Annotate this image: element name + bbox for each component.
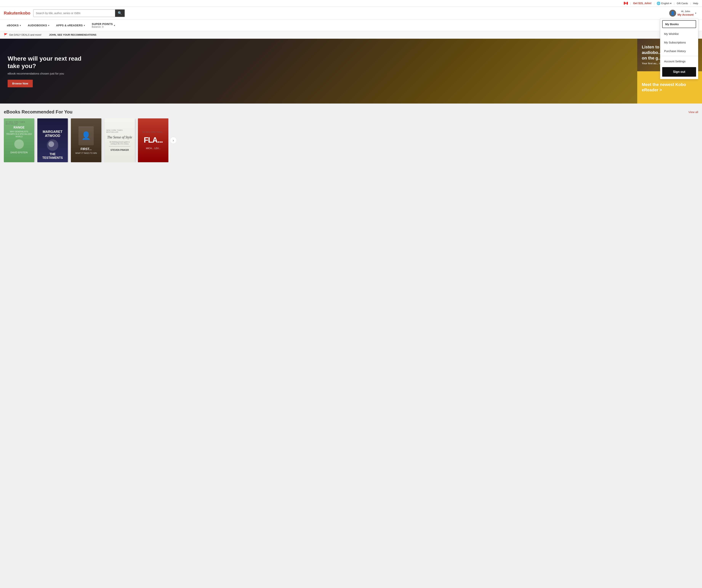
- hero-overlay: [0, 39, 637, 104]
- chevron-down-icon: ▾: [114, 24, 115, 26]
- chevron-down-icon: ▾: [20, 24, 21, 26]
- book-cover: BY NEW YORK TIMES BESTSELLER RANGE WHY G…: [4, 118, 34, 162]
- nav-ebooks[interactable]: eBOOKS ▾: [4, 21, 24, 29]
- recommendations-text: John, see your RECOMMENDATIONS: [49, 33, 96, 36]
- book-subtitle: WHAT IT TAKES TO WIN: [75, 152, 97, 155]
- nav-apps-ereaders[interactable]: APPS & eREADERS ▾: [53, 21, 88, 29]
- nav-ebooks-label: eBOOKS: [7, 24, 19, 27]
- search-icon: 🔍: [118, 11, 122, 15]
- dropdown-my-books[interactable]: My Books: [662, 20, 696, 28]
- search-button[interactable]: 🔍: [115, 10, 125, 17]
- book-cover: MARGARET ATWOOD THE TESTAMENTS: [37, 118, 68, 162]
- divider4: |: [690, 2, 691, 5]
- book-subtitle: WHY GENERALISTS TRIUMPH IN A SPECIALIZED…: [6, 130, 32, 138]
- book-cover-testaments: MARGARET ATWOOD THE TESTAMENTS: [37, 118, 68, 162]
- top-utility-bar: 🇨🇦 | Get $15, John! | 🌐 English ▾ | Gift…: [0, 0, 702, 7]
- list-item[interactable]: MARGARET ATWOOD THE TESTAMENTS: [37, 118, 68, 162]
- avatar: 👤: [669, 10, 676, 17]
- chevron-down-icon: ▾: [48, 24, 49, 26]
- list-item[interactable]: NEW YORK TIMES BESTSELLER The Sense of S…: [104, 118, 135, 162]
- hero-subtitle: eBook recommendations chosen just for yo…: [8, 72, 88, 75]
- logo-kobo: kobo: [20, 11, 30, 16]
- recommendations-section: eBooks Recommended For You View all BY N…: [0, 104, 702, 168]
- nav-super-points-label: SUPER POINTS: [92, 22, 113, 25]
- bestseller-badge: BY NEW YORK TIMES BESTSELLER: [6, 121, 32, 125]
- dropdown-my-subscriptions[interactable]: My Subscriptions: [660, 38, 698, 47]
- list-item[interactable]: BY NEW YORK TIMES... FLA... MICH... LEV.…: [138, 118, 168, 162]
- logo-rakuten: Rakuten: [4, 11, 20, 16]
- chevron-down-icon: ▾: [84, 24, 85, 26]
- recommendations-promo[interactable]: John, see your RECOMMENDATIONS: [49, 33, 96, 36]
- sign-out-button[interactable]: Sign out: [662, 67, 696, 77]
- nav-apps-label: APPS & eREADERS: [56, 24, 83, 27]
- book-cover-sense: NEW YORK TIMES BESTSELLER The Sense of S…: [104, 118, 135, 162]
- book-author: MARGARET ATWOOD: [39, 130, 66, 138]
- nav-balance: Balance: 0: [92, 25, 104, 28]
- account-greeting: Hi, John: [678, 10, 694, 13]
- daily-deals-text: Get DAILY DEALS and more!: [9, 33, 41, 36]
- daily-deals-promo[interactable]: 🚩 Get DAILY DEALS and more!: [4, 33, 41, 36]
- book-title: RANGE: [13, 126, 25, 129]
- globe-icon: 🌐: [657, 2, 661, 5]
- promo-bar: 🚩 Get DAILY DEALS and more! John, see yo…: [0, 31, 702, 39]
- book-cover: 👤 FIRST... WHAT IT TAKES TO WIN: [71, 118, 101, 162]
- bestseller-badge: BY NEW YORK TIMES...: [143, 131, 164, 133]
- account-label: My Account: [678, 13, 694, 16]
- list-item[interactable]: 👤 FIRST... WHAT IT TAKES TO WIN: [71, 118, 101, 162]
- next-arrow-button[interactable]: ›: [170, 137, 177, 144]
- view-all-link[interactable]: View all: [689, 110, 698, 114]
- search-bar: 🔍: [33, 9, 125, 17]
- list-item[interactable]: BY NEW YORK TIMES BESTSELLER RANGE WHY G…: [4, 118, 34, 162]
- book-author: STEVEN PINKER: [111, 149, 129, 152]
- book-cover-flash: BY NEW YORK TIMES... FLA... MICH... LEV.…: [138, 118, 168, 162]
- divider2: |: [654, 2, 655, 5]
- bestseller-badge: NEW YORK TIMES BESTSELLER: [106, 129, 133, 133]
- section-title: eBooks Recommended For You: [4, 109, 73, 115]
- dropdown-account-settings[interactable]: Account Settings: [660, 57, 698, 66]
- nav-super-points[interactable]: SUPER POINTS Balance: 0 ▾: [89, 20, 118, 31]
- nav-audiobooks[interactable]: AUDIOBOOKS ▾: [25, 21, 52, 29]
- language-label: English: [661, 2, 670, 5]
- hero-main: Where will your next read take you? eBoo…: [0, 39, 637, 104]
- chevron-down-icon: ▾: [695, 12, 696, 14]
- divider3: |: [674, 2, 674, 5]
- help-link[interactable]: Help: [693, 2, 698, 5]
- book-title: FIRST...: [81, 147, 92, 151]
- hero-content: Where will your next read take you? eBoo…: [8, 55, 88, 87]
- browse-now-button[interactable]: Browse Now: [8, 80, 33, 87]
- chevron-down-icon: ▾: [670, 2, 672, 5]
- book-author: DAVID EPSTEIN: [10, 151, 28, 154]
- canada-flag-icon: 🇨🇦: [624, 1, 628, 5]
- hero-section: Where will your next read take you? eBoo…: [0, 39, 702, 104]
- dropdown-my-wishlist[interactable]: My Wishlist: [660, 29, 698, 38]
- account-text: Hi, John My Account: [678, 10, 694, 16]
- section-header: eBooks Recommended For You View all: [4, 109, 698, 115]
- divider: |: [630, 2, 631, 5]
- language-selector[interactable]: 🌐 English ▾: [657, 2, 672, 5]
- book-cover-firstborn: 👤 FIRST... WHAT IT TAKES TO WIN: [71, 118, 101, 162]
- account-button[interactable]: 👤 Hi, John My Account ▾: [667, 9, 698, 18]
- account-dropdown: My Books My Wishlist My Subscriptions Pu…: [660, 18, 698, 79]
- hero-title: Where will your next read take you?: [8, 55, 88, 70]
- book-cover: BY NEW YORK TIMES... FLA... MICH... LEV.…: [138, 118, 168, 162]
- book-title: THE TESTAMENTS: [39, 152, 66, 160]
- site-header: Rakuten kobo 🔍 👤 Hi, John My Account ▾ M…: [0, 7, 702, 20]
- avatar-icon: 👤: [671, 11, 675, 15]
- flag-icon: 🚩: [4, 33, 8, 36]
- book-author: MICH... LEV...: [146, 147, 160, 150]
- logo[interactable]: Rakuten kobo: [4, 11, 30, 16]
- nav-bar: eBOOKS ▾ AUDIOBOOKS ▾ APPS & eREADERS ▾ …: [0, 20, 702, 31]
- promo-text: Get $15, John!: [633, 2, 651, 5]
- nav-audiobooks-label: AUDIOBOOKS: [28, 24, 47, 27]
- book-cover-range: BY NEW YORK TIMES BESTSELLER RANGE WHY G…: [4, 118, 34, 162]
- hero-ereader-title: Meet the newest Kobo eReader >: [642, 82, 697, 93]
- dropdown-purchase-history[interactable]: Purchase History: [660, 47, 698, 55]
- account-area: 👤 Hi, John My Account ▾ My Books My Wish…: [667, 9, 698, 18]
- gift-cards-link[interactable]: Gift Cards: [677, 2, 688, 5]
- books-row: BY NEW YORK TIMES BESTSELLER RANGE WHY G…: [4, 118, 168, 162]
- book-cover: NEW YORK TIMES BESTSELLER The Sense of S…: [104, 118, 135, 162]
- search-input[interactable]: [33, 10, 115, 17]
